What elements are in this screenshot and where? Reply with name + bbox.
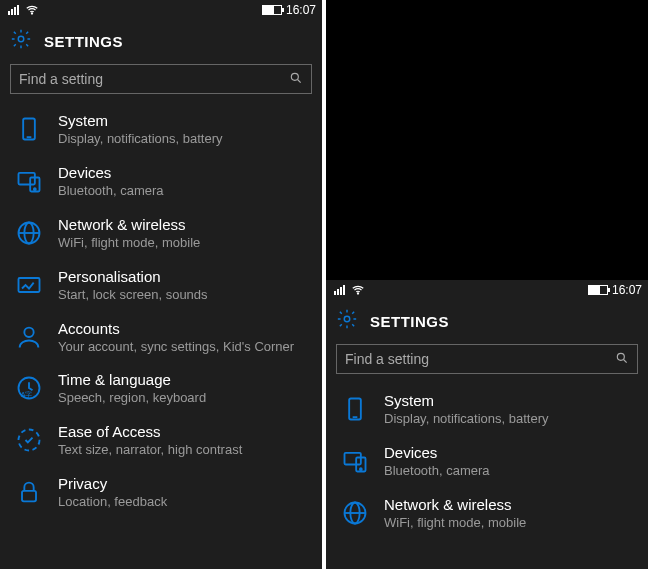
svg-point-26 [360, 468, 362, 470]
settings-item-accounts[interactable]: Accounts Your account, sync settings, Ki… [0, 312, 322, 364]
settings-item-system[interactable]: System Display, notifications, battery [326, 384, 648, 436]
settings-header: SETTINGS [0, 20, 322, 60]
settings-item-ease[interactable]: Ease of Access Text size, narrator, high… [0, 415, 322, 467]
item-title: Network & wireless [384, 496, 526, 514]
status-bar: 16:07 [0, 0, 322, 20]
settings-list: System Display, notifications, battery D… [0, 104, 322, 569]
item-title: System [384, 392, 549, 410]
settings-item-personal[interactable]: Personalisation Start, lock screen, soun… [0, 260, 322, 312]
search-icon [289, 71, 303, 88]
item-subtitle: Speech, region, keyboard [58, 390, 206, 407]
item-title: Privacy [58, 475, 167, 493]
item-title: Devices [58, 164, 164, 182]
network-icon [14, 218, 44, 248]
search-input[interactable]: Find a setting [10, 64, 312, 94]
svg-rect-17 [22, 491, 36, 502]
settings-item-time[interactable]: A字 Time & language Speech, region, keybo… [0, 363, 322, 415]
svg-line-3 [298, 79, 301, 82]
devices-icon [14, 166, 44, 196]
item-subtitle: Your account, sync settings, Kid's Corne… [58, 339, 294, 356]
signal-icon [334, 285, 345, 295]
settings-item-system[interactable]: System Display, notifications, battery [0, 104, 322, 156]
letterbox [326, 0, 648, 280]
devices-icon [340, 446, 370, 476]
svg-rect-6 [19, 173, 35, 185]
svg-point-2 [291, 73, 298, 80]
svg-point-0 [31, 13, 32, 14]
clock: 16:07 [286, 3, 316, 17]
privacy-icon [14, 477, 44, 507]
status-bar: 16:07 [326, 280, 648, 300]
personal-icon [14, 270, 44, 300]
battery-icon [588, 285, 608, 295]
settings-item-network[interactable]: Network & wireless WiFi, flight mode, mo… [0, 208, 322, 260]
time-icon: A字 [14, 373, 44, 403]
svg-point-20 [617, 353, 624, 360]
accounts-icon [14, 322, 44, 352]
item-title: Ease of Access [58, 423, 242, 441]
svg-point-1 [18, 36, 24, 42]
item-subtitle: Bluetooth, camera [384, 463, 490, 480]
phone-left: 16:07 SETTINGS Find a setting System Dis… [0, 0, 322, 569]
item-subtitle: WiFi, flight mode, mobile [58, 235, 200, 252]
signal-icon [8, 5, 19, 15]
item-title: Time & language [58, 371, 206, 389]
svg-point-8 [34, 188, 36, 190]
gear-icon [10, 28, 32, 54]
item-title: Accounts [58, 320, 294, 338]
item-title: Network & wireless [58, 216, 200, 234]
phone-right: 16:07 SETTINGS Find a setting System Dis… [326, 0, 648, 569]
item-subtitle: Start, lock screen, sounds [58, 287, 208, 304]
svg-rect-24 [345, 453, 361, 465]
search-input[interactable]: Find a setting [336, 344, 638, 374]
settings-header: SETTINGS [326, 300, 648, 340]
settings-item-network[interactable]: Network & wireless WiFi, flight mode, mo… [326, 488, 648, 540]
settings-item-devices[interactable]: Devices Bluetooth, camera [0, 156, 322, 208]
network-icon [340, 498, 370, 528]
svg-line-21 [624, 359, 627, 362]
page-title: SETTINGS [370, 313, 449, 330]
gear-icon [336, 308, 358, 334]
wifi-icon [351, 283, 365, 297]
svg-rect-12 [19, 278, 40, 292]
settings-list: System Display, notifications, battery D… [326, 384, 648, 569]
item-subtitle: Text size, narrator, high contrast [58, 442, 242, 459]
svg-point-19 [344, 316, 350, 322]
item-subtitle: WiFi, flight mode, mobile [384, 515, 526, 532]
item-title: Personalisation [58, 268, 208, 286]
settings-item-privacy[interactable]: Privacy Location, feedback [0, 467, 322, 519]
search-placeholder: Find a setting [345, 351, 615, 367]
system-icon [340, 394, 370, 424]
svg-text:A字: A字 [21, 392, 33, 399]
search-placeholder: Find a setting [19, 71, 289, 87]
item-title: Devices [384, 444, 490, 462]
svg-point-13 [24, 327, 33, 336]
search-icon [615, 351, 629, 368]
wifi-icon [25, 3, 39, 17]
item-subtitle: Location, feedback [58, 494, 167, 511]
system-icon [14, 114, 44, 144]
item-subtitle: Bluetooth, camera [58, 183, 164, 200]
item-title: System [58, 112, 223, 130]
settings-item-devices[interactable]: Devices Bluetooth, camera [326, 436, 648, 488]
item-subtitle: Display, notifications, battery [384, 411, 549, 428]
svg-point-18 [357, 293, 358, 294]
item-subtitle: Display, notifications, battery [58, 131, 223, 148]
battery-icon [262, 5, 282, 15]
clock: 16:07 [612, 283, 642, 297]
page-title: SETTINGS [44, 33, 123, 50]
ease-icon [14, 425, 44, 455]
